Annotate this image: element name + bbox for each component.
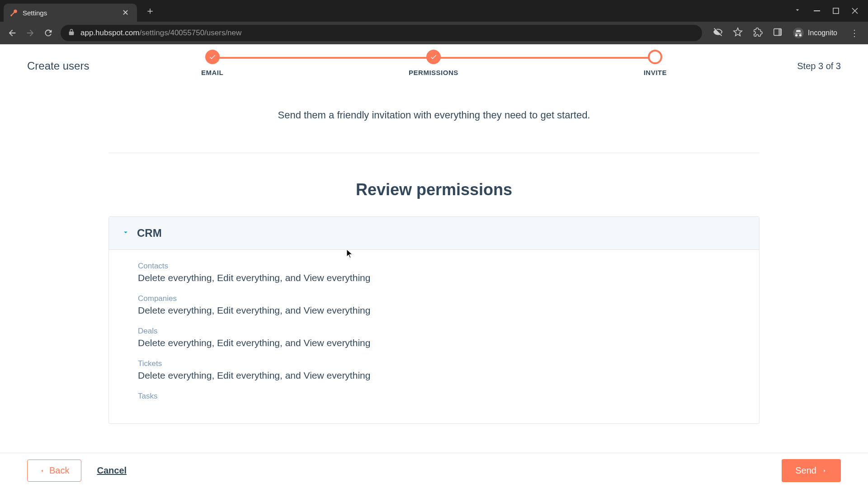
- hubspot-favicon-icon: [10, 9, 18, 17]
- incognito-indicator[interactable]: Incognito: [793, 27, 837, 39]
- nav-reload-button[interactable]: [42, 27, 54, 39]
- step-label: PERMISSIONS: [409, 69, 458, 76]
- back-button-label: Back: [49, 465, 69, 476]
- tab-title: Settings: [23, 9, 116, 17]
- toolbar-right-icons: Incognito ⋮: [708, 27, 862, 39]
- step-done-icon: [205, 50, 220, 64]
- lock-icon: [68, 28, 75, 38]
- invite-subtitle: Send them a friendly invitation with eve…: [0, 109, 868, 121]
- permissions-section-title: CRM: [137, 227, 162, 239]
- new-tab-button[interactable]: ＋: [145, 4, 155, 18]
- section-divider: [108, 153, 760, 153]
- content-wrap: Review permissions CRM Contacts Delete e…: [108, 153, 760, 424]
- bookmark-star-icon[interactable]: [733, 27, 743, 39]
- page-header: Create users EMAIL PE: [0, 44, 868, 88]
- browser-menu-button[interactable]: ⋮: [847, 28, 862, 38]
- svg-rect-5: [778, 29, 781, 36]
- permission-item: Contacts Delete everything, Edit everyth…: [138, 262, 730, 283]
- step-label: EMAIL: [201, 69, 223, 76]
- wizard-footer: Back Cancel Send: [0, 453, 868, 488]
- step-invite[interactable]: INVITE: [644, 50, 667, 76]
- permission-item-value: Delete everything, Edit everything, and …: [138, 338, 730, 348]
- send-button[interactable]: Send: [782, 459, 841, 482]
- permission-item-label: Deals: [138, 327, 730, 336]
- chevron-right-icon: [822, 467, 827, 475]
- browser-tab[interactable]: Settings ✕: [4, 4, 137, 22]
- close-tab-icon[interactable]: ✕: [120, 8, 131, 18]
- tab-search-icon[interactable]: [794, 6, 801, 16]
- nav-forward-button[interactable]: [24, 27, 36, 39]
- review-permissions-heading: Review permissions: [108, 180, 760, 199]
- extensions-icon[interactable]: [753, 27, 763, 39]
- url-host: app.hubspot.com: [80, 28, 139, 37]
- main-scroll-area[interactable]: Send them a friendly invitation with eve…: [0, 88, 868, 453]
- step-permissions[interactable]: PERMISSIONS: [409, 50, 458, 76]
- permission-item-value: Delete everything, Edit everything, and …: [138, 272, 730, 283]
- window-maximize-button[interactable]: [833, 8, 839, 14]
- browser-toolbar: app.hubspot.com/settings/40055750/users/…: [0, 22, 868, 44]
- chevron-down-icon: [122, 228, 130, 238]
- permission-item-value: Delete everything, Edit everything, and …: [138, 370, 730, 381]
- address-bar[interactable]: app.hubspot.com/settings/40055750/users/…: [61, 25, 702, 41]
- app-root: Create users EMAIL PE: [0, 44, 868, 488]
- progress-stepper: EMAIL PERMISSIONS INVITE: [0, 50, 868, 76]
- svg-rect-2: [814, 10, 820, 11]
- permissions-section-toggle[interactable]: CRM: [109, 217, 759, 250]
- permission-item: Companies Delete everything, Edit everyt…: [138, 294, 730, 316]
- browser-tab-strip: Settings ✕ ＋: [0, 0, 868, 22]
- window-controls: [794, 6, 868, 16]
- cancel-button[interactable]: Cancel: [97, 465, 127, 476]
- permission-item-value: Delete everything, Edit everything, and …: [138, 305, 730, 316]
- window-close-button[interactable]: [852, 8, 858, 14]
- permission-item-label: Tickets: [138, 359, 730, 368]
- permissions-section-crm: CRM Contacts Delete everything, Edit eve…: [108, 216, 760, 424]
- step-current-icon: [648, 50, 662, 64]
- permission-item: Tasks: [138, 392, 730, 401]
- step-label: INVITE: [644, 69, 667, 76]
- permission-item: Deals Delete everything, Edit everything…: [138, 327, 730, 348]
- permission-item-label: Companies: [138, 294, 730, 303]
- svg-point-1: [10, 14, 12, 16]
- permission-item-label: Tasks: [138, 392, 730, 401]
- chevron-left-icon: [39, 467, 45, 475]
- side-panel-icon[interactable]: [773, 27, 783, 39]
- incognito-label: Incognito: [808, 29, 837, 37]
- nav-back-button[interactable]: [6, 27, 18, 39]
- permission-item: Tickets Delete everything, Edit everythi…: [138, 359, 730, 381]
- send-button-label: Send: [795, 465, 816, 476]
- step-done-icon: [426, 50, 441, 64]
- step-email[interactable]: EMAIL: [201, 50, 223, 76]
- svg-rect-3: [833, 8, 839, 14]
- permissions-section-body: Contacts Delete everything, Edit everyth…: [109, 250, 759, 423]
- eye-off-icon[interactable]: [713, 27, 723, 39]
- url-text: app.hubspot.com/settings/40055750/users/…: [80, 28, 241, 38]
- permission-item-label: Contacts: [138, 262, 730, 271]
- url-path: /settings/40055750/users/new: [139, 28, 241, 37]
- back-button[interactable]: Back: [27, 460, 81, 482]
- window-minimize-button[interactable]: [814, 8, 820, 14]
